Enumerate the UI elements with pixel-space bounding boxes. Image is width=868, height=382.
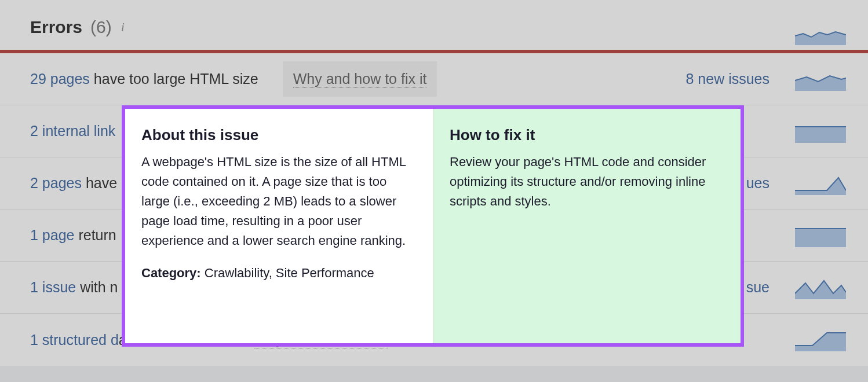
issue-detail-popup: About this issue A webpage's HTML size i…: [122, 105, 744, 347]
issue-count-link[interactable]: 2 internal link: [30, 123, 115, 139]
new-issues-link[interactable]: 8 new issues: [685, 71, 769, 87]
category-label: Category:: [141, 266, 201, 280]
svg-marker-7: [795, 281, 846, 299]
issue-count-link[interactable]: 2 pages: [30, 175, 82, 191]
info-icon[interactable]: i: [121, 20, 125, 35]
sparkline-row: [795, 276, 846, 299]
fix-link-label[interactable]: Why and how to fix it: [293, 71, 427, 88]
issue-count-link[interactable]: 1 issue: [30, 279, 76, 295]
sparkline-row: [795, 172, 846, 195]
category-line: Category: Crawlability, Site Performance: [141, 263, 417, 283]
issue-count-link[interactable]: 29 pages: [30, 71, 90, 87]
category-value: Crawlability, Site Performance: [201, 266, 374, 280]
issue-desc: return: [74, 227, 116, 243]
fix-title: How to fix it: [450, 126, 724, 144]
errors-count: (6): [90, 17, 112, 37]
about-body: A webpage's HTML size is the size of all…: [141, 152, 417, 251]
svg-marker-8: [795, 333, 846, 351]
sparkline-row: [795, 224, 846, 247]
about-panel: About this issue A webpage's HTML size i…: [125, 109, 433, 343]
new-issues-link-partial[interactable]: sue: [746, 279, 769, 296]
errors-title: Errors: [30, 17, 82, 37]
about-title: About this issue: [141, 126, 417, 144]
sparkline-row: [795, 120, 846, 143]
fix-body: Review your page's HTML code and conside…: [450, 152, 724, 211]
issue-count-link[interactable]: 1 page: [30, 227, 74, 243]
svg-rect-2: [795, 127, 846, 143]
new-issues-link-partial[interactable]: ues: [746, 175, 769, 192]
sparkline-header: [795, 22, 846, 45]
issue-row[interactable]: 29 pages have too large HTML size Why an…: [0, 53, 868, 105]
sparkline-row: [795, 328, 846, 351]
issue-desc: with n: [76, 279, 118, 295]
fix-link-active[interactable]: Why and how to fix it: [283, 61, 437, 97]
errors-header: Errors (6) i: [0, 0, 868, 50]
svg-rect-5: [795, 229, 846, 247]
fix-panel: How to fix it Review your page's HTML co…: [433, 109, 741, 343]
issue-count-link[interactable]: 1 structured d: [30, 332, 119, 348]
issue-desc: have too large HTML size: [90, 71, 258, 87]
issue-desc: have: [82, 175, 117, 191]
svg-marker-4: [795, 178, 846, 195]
sparkline-row: [795, 68, 846, 91]
